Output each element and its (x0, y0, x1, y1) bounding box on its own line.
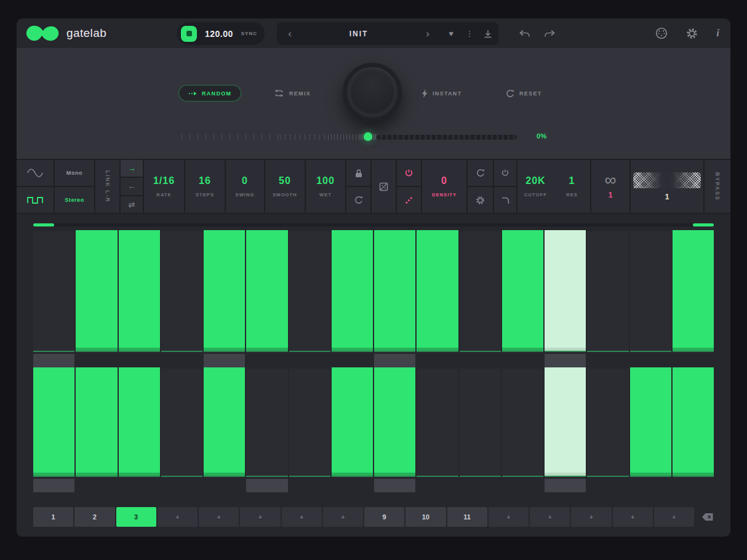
step-bar[interactable] (119, 367, 160, 476)
step-cell[interactable] (417, 369, 458, 477)
step-bar[interactable] (119, 230, 160, 351)
step-bar[interactable] (374, 367, 415, 476)
bpm-value[interactable]: 120.00 (202, 29, 236, 39)
step-bar[interactable] (204, 230, 245, 351)
step-cell[interactable] (332, 369, 373, 477)
step-cell[interactable] (673, 369, 714, 477)
pattern-slot-11[interactable]: 11 (447, 507, 487, 527)
midi-settings-button[interactable] (655, 27, 668, 39)
step-cell[interactable] (587, 231, 628, 352)
step-cell[interactable] (161, 369, 202, 477)
step-cell[interactable] (545, 231, 586, 352)
preset-menu-button[interactable]: ⋮ (461, 22, 477, 45)
loop-range-strip[interactable] (33, 223, 714, 226)
pattern-slot-4[interactable]: + (158, 507, 198, 527)
step-cell[interactable] (161, 231, 202, 352)
pattern-slot-1[interactable]: 1 (33, 507, 73, 527)
pattern-slot-12[interactable]: + (489, 507, 529, 527)
step-cell[interactable] (33, 231, 74, 352)
step-cell[interactable] (502, 369, 543, 477)
stereo-button[interactable]: Stereo (55, 187, 94, 213)
preset-next-button[interactable]: › (415, 22, 441, 45)
step-cell[interactable] (374, 231, 415, 352)
step-cell[interactable] (545, 369, 586, 477)
step-marker[interactable] (545, 479, 586, 492)
pattern-slot-13[interactable]: + (530, 507, 570, 527)
step-bar[interactable] (673, 367, 714, 476)
step-cell[interactable] (204, 231, 245, 352)
step-marker[interactable] (204, 354, 245, 367)
step-cell[interactable] (460, 369, 501, 477)
remix-button[interactable]: REMIX (274, 85, 311, 102)
reset-button[interactable]: RESET (506, 85, 542, 102)
step-marker[interactable] (545, 354, 586, 367)
direction-pingpong-button[interactable]: ⇄ (121, 196, 143, 213)
pattern-slot-5[interactable]: + (199, 507, 239, 527)
step-cell[interactable] (204, 369, 245, 477)
pattern-slot-8[interactable]: + (323, 507, 363, 527)
step-cell[interactable] (246, 369, 287, 477)
amount-slider-handle[interactable] (364, 132, 372, 141)
texture-swatch-fade-right[interactable] (633, 172, 665, 188)
pattern-slot-2[interactable]: 2 (74, 507, 114, 527)
bypass-toggle[interactable]: BYPASS (705, 160, 730, 213)
amount-slider-track[interactable] (377, 135, 517, 140)
random-button[interactable]: RANDOM (178, 85, 241, 102)
density-power-button[interactable] (397, 160, 421, 187)
step-cell[interactable] (289, 231, 330, 352)
step-cell[interactable] (119, 231, 160, 352)
range-start-handle[interactable] (33, 223, 54, 226)
step-bar[interactable] (502, 230, 543, 351)
step-marker[interactable] (246, 479, 287, 492)
preset-prev-button[interactable]: ‹ (277, 22, 303, 45)
dice-off-button[interactable] (372, 160, 397, 213)
step-bar[interactable] (545, 230, 586, 351)
range-end-handle[interactable] (693, 223, 714, 226)
lock-button[interactable] (346, 160, 370, 187)
rate-control[interactable]: 1/16 RATE (144, 160, 185, 213)
instant-button[interactable]: INSTANT (421, 85, 461, 102)
pattern-slot-10[interactable]: 10 (405, 507, 445, 527)
step-bar[interactable] (204, 367, 245, 476)
step-cell[interactable] (33, 369, 74, 477)
mono-button[interactable]: Mono (55, 160, 94, 187)
smooth-control[interactable]: 50 SMOOTH (265, 160, 306, 213)
step-cell[interactable] (119, 369, 160, 477)
step-cell[interactable] (630, 369, 671, 477)
step-cell[interactable] (502, 231, 543, 352)
step-cell[interactable] (673, 231, 714, 352)
undo-button[interactable] (519, 30, 530, 38)
step-cell[interactable] (460, 231, 501, 352)
cycle-button[interactable] (346, 187, 370, 213)
step-marker[interactable] (374, 479, 415, 492)
save-preset-button[interactable] (477, 22, 498, 45)
step-bar[interactable] (417, 230, 458, 351)
pattern-slot-6[interactable]: + (240, 507, 280, 527)
step-marker[interactable] (33, 479, 74, 492)
step-cell[interactable] (246, 231, 287, 352)
preset-name[interactable]: INIT (303, 30, 415, 38)
step-cell[interactable] (630, 231, 671, 352)
favorite-button[interactable]: ♥ (441, 22, 461, 45)
pattern-slot-9[interactable]: 9 (364, 507, 404, 527)
step-bar[interactable] (673, 230, 714, 351)
loop-length-control[interactable]: ∞ 1 (591, 160, 631, 213)
texture-swatch-fade-left[interactable] (669, 172, 701, 188)
step-bar[interactable] (332, 367, 373, 476)
stop-button[interactable] (181, 26, 197, 42)
pattern-slot-7[interactable]: + (282, 507, 322, 527)
step-marker[interactable] (33, 354, 74, 367)
step-cell[interactable] (374, 369, 415, 477)
sine-wave-button[interactable] (17, 160, 54, 187)
step-bar[interactable] (33, 367, 74, 476)
step-cell[interactable] (417, 231, 458, 352)
direction-forward-button[interactable]: → (121, 160, 143, 178)
step-cell[interactable] (587, 369, 628, 477)
step-bar[interactable] (630, 367, 671, 476)
redo-button[interactable] (544, 30, 556, 38)
filter-settings-button[interactable] (468, 187, 493, 213)
step-bar[interactable] (545, 367, 586, 476)
sync-toggle[interactable]: SYNC (241, 31, 257, 36)
step-bar[interactable] (246, 230, 287, 351)
steps-control[interactable]: 16 STEPS (185, 160, 226, 213)
